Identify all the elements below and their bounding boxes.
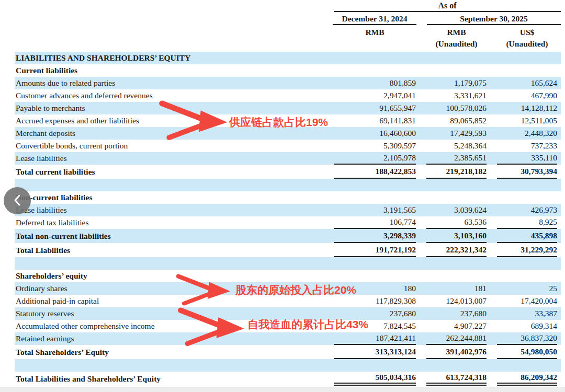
row-label: Lease liabilities — [15, 154, 334, 163]
row-value-col3: 14,128,112 — [497, 102, 557, 114]
table-row: Amounts due to related parties801,8591,1… — [15, 77, 561, 89]
table-row — [15, 179, 561, 191]
table-row: Lease liabilities3,191,5653,039,624426,9… — [15, 204, 561, 216]
row-value-col3: 17,420,004 — [497, 295, 557, 307]
row-value-col3 — [497, 191, 557, 204]
row-value-col3: 33,387 — [497, 307, 557, 320]
row-value-col3: 8,925 — [497, 216, 557, 229]
row-value-col1 — [334, 52, 416, 64]
column-date-dec-2024: December 31, 2024 — [333, 14, 416, 25]
table-row: Total Shareholders’ Equity313,313,124391… — [15, 345, 561, 359]
row-value-col2 — [426, 179, 487, 191]
row-value-col3: 25 — [497, 282, 557, 295]
row-value-col3 — [497, 179, 557, 191]
row-value-col1 — [334, 179, 416, 191]
row-value-col1 — [334, 64, 416, 77]
row-value-col1: 91,655,947 — [334, 102, 416, 114]
annotation-self-generated: 自我造血的累计占比43% — [247, 317, 368, 332]
table-row: Retained earnings187,421,411262,244,8813… — [15, 332, 561, 345]
as-of-header: As of — [334, 1, 561, 12]
row-value-col2: 613,724,318 — [426, 372, 487, 386]
row-value-col2 — [426, 191, 487, 204]
row-value-col2 — [426, 257, 487, 270]
row-value-col3 — [497, 359, 557, 372]
row-label: Amounts due to related parties — [15, 78, 334, 88]
row-label: Total non-current liabilities — [15, 232, 334, 241]
table-row: Total current liabilities188,422,853219,… — [15, 165, 561, 179]
row-value-col1 — [334, 257, 416, 270]
row-value-col3: 30,793,394 — [497, 165, 557, 179]
row-value-col2 — [426, 270, 487, 282]
balance-table-body: LIABILITIES AND SHAREHOLDERS’ EQUITYCurr… — [15, 52, 561, 386]
table-row — [15, 359, 561, 372]
row-label: Customer advances and deferred revenues — [15, 91, 334, 100]
row-label: LIABILITIES AND SHAREHOLDERS’ EQUITY — [15, 53, 334, 63]
row-value-col2: 89,065,852 — [426, 114, 487, 127]
row-value-col2: 219,218,182 — [426, 165, 487, 179]
row-value-col2: 181 — [426, 282, 487, 295]
row-value-col3 — [497, 270, 557, 282]
row-value-col3 — [497, 52, 557, 64]
row-value-col1 — [334, 359, 416, 372]
row-label: Total Liabilities — [15, 246, 334, 255]
row-label: Non-current liabilities — [15, 193, 334, 202]
column-date-sep-2025: September 30, 2025 — [427, 14, 561, 25]
table-row: LIABILITIES AND SHAREHOLDERS’ EQUITY — [15, 52, 561, 64]
row-value-col2: 63,536 — [426, 216, 487, 229]
column-currency-usd: US$ — [497, 28, 557, 37]
row-value-col3 — [497, 257, 557, 270]
table-row: Current liabilities — [15, 64, 561, 77]
row-value-col2: 1,179,075 — [426, 77, 487, 89]
row-value-col3 — [497, 64, 557, 77]
row-label: Deferred tax liabilities — [15, 218, 334, 227]
row-value-col2: 391,402,976 — [426, 345, 487, 359]
row-value-col2 — [426, 52, 487, 64]
row-value-col2: 3,331,621 — [426, 89, 487, 102]
row-value-col3: 435,898 — [497, 229, 557, 243]
red-arrow-icon — [175, 307, 248, 347]
row-value-col1: 2,947,041 — [334, 89, 416, 102]
row-value-col3: 54,980,050 — [497, 345, 557, 359]
page-edge-strip — [0, 387, 565, 392]
row-value-col2: 17,429,593 — [426, 127, 487, 140]
row-value-col3: 426,973 — [497, 204, 557, 216]
previous-page-button[interactable] — [4, 187, 31, 214]
row-value-col3: 31,229,292 — [497, 243, 557, 257]
table-row: Total Liabilities191,721,192222,321,3423… — [15, 243, 561, 257]
row-value-col1: 69,141,831 — [334, 114, 416, 127]
row-value-col2 — [426, 359, 487, 372]
row-label: Current liabilities — [15, 66, 334, 75]
row-value-col1: 505,034,316 — [334, 372, 416, 386]
table-row: Customer advances and deferred revenues2… — [15, 89, 561, 102]
red-arrow-icon — [172, 274, 235, 306]
table-row: Convertible bonds, current portion5,309,… — [15, 140, 561, 152]
row-value-col3: 2,448,320 — [497, 127, 557, 140]
row-value-col3: 36,837,320 — [497, 332, 557, 345]
row-value-col2: 3,039,624 — [426, 204, 487, 216]
table-row: Payable to merchants91,655,947100,578,02… — [15, 102, 561, 114]
row-value-col1: 801,859 — [334, 77, 416, 89]
table-row: Total non-current liabilities3,298,3393,… — [15, 229, 561, 243]
document-page: As of December 31, 2024 September 30, 20… — [0, 0, 565, 392]
row-value-col1: 191,721,192 — [334, 243, 416, 257]
row-value-col1: 3,191,565 — [334, 204, 416, 216]
table-row: Deferred tax liabilities106,77463,5368,9… — [15, 216, 561, 229]
red-arrow-icon — [155, 100, 232, 141]
row-value-col1: 3,298,339 — [334, 229, 416, 243]
row-value-col3: 165,624 — [497, 77, 557, 89]
row-value-col2: 100,578,026 — [426, 102, 487, 114]
row-value-col3: 467,990 — [497, 89, 557, 102]
row-value-col2: 3,103,160 — [426, 229, 487, 243]
table-row: Shareholders’ equity — [15, 270, 561, 282]
row-value-col2: 124,013,007 — [426, 295, 487, 307]
row-label: Lease liabilities — [15, 205, 334, 215]
row-value-col2: 262,244,881 — [426, 332, 487, 345]
row-value-col3: 86,209,342 — [497, 372, 557, 386]
row-value-col1: 187,421,411 — [334, 332, 416, 345]
table-header: As of December 31, 2024 September 30, 20… — [15, 0, 561, 52]
table-row — [15, 257, 561, 270]
row-label: Convertible bonds, current portion — [15, 141, 334, 151]
row-value-col2: 4,907,227 — [426, 320, 487, 332]
row-value-col3: 335,110 — [497, 152, 557, 165]
table-row: Lease liabilities2,105,9782,385,651335,1… — [15, 152, 561, 165]
